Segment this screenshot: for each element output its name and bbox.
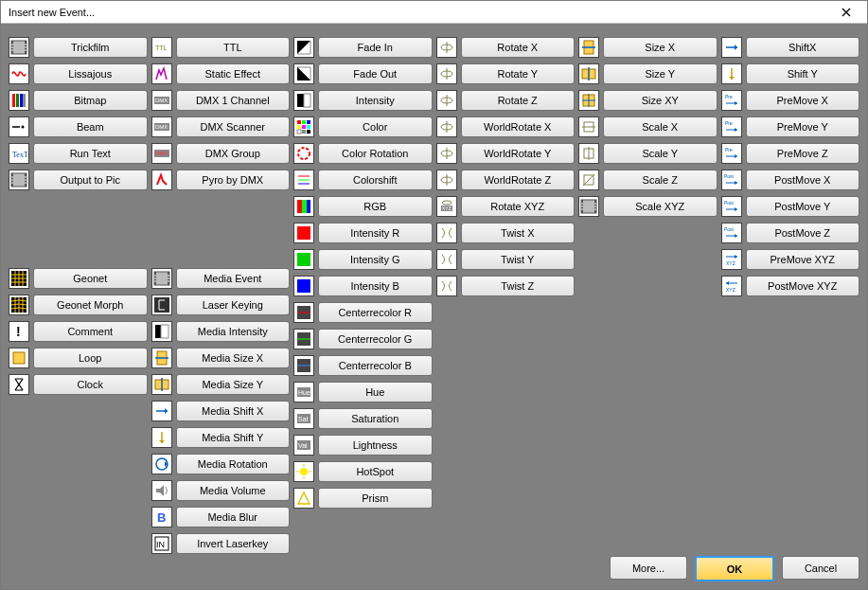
wrx-button[interactable]: WorldRotate X <box>461 116 576 137</box>
geonetmorph-button[interactable]: Geonet Morph <box>33 295 148 315</box>
fadein-button[interactable]: Fade In <box>318 37 433 58</box>
scalexyz-row: Scale XYZ <box>578 196 717 217</box>
dmx1-row: DMXDMX 1 Channel <box>151 90 291 111</box>
lightness-button[interactable]: Lightness <box>318 435 433 456</box>
shiftx-button[interactable]: ShiftX <box>746 37 860 58</box>
dmx1-button[interactable]: DMX 1 Channel <box>176 90 291 111</box>
mediavolume-button[interactable]: Media Volume <box>176 480 291 501</box>
mediaintensity-button[interactable]: Media Intensity <box>176 321 291 342</box>
postmovez-button[interactable]: PostMove Z <box>746 223 860 243</box>
bitmap-row: Bitmap <box>9 90 148 111</box>
prism-button[interactable]: Prism <box>318 488 433 509</box>
color-button[interactable]: Color <box>318 116 433 137</box>
postmovex-button[interactable]: PostMove X <box>746 170 860 190</box>
dmxgroup-button[interactable]: DMX Group <box>176 143 291 164</box>
mediablur-row: BMedia Blur <box>151 507 291 527</box>
mediashiftx-button[interactable]: Media Shift X <box>176 401 291 421</box>
mediarotation-icon <box>151 454 172 474</box>
event-column: Rotate XRotate YRotate ZWorldRotate XWor… <box>436 37 576 554</box>
sizex-button[interactable]: Size X <box>603 37 717 58</box>
sizey-button[interactable]: Size Y <box>603 63 717 84</box>
intensity-button[interactable]: Intensity <box>318 90 433 111</box>
geonet-button[interactable]: Geonet <box>33 268 148 289</box>
pyrodmx-button[interactable]: Pyro by DMX <box>176 170 291 190</box>
bitmap-button[interactable]: Bitmap <box>33 90 148 111</box>
scalez-button[interactable]: Scale Z <box>603 170 717 190</box>
colorshift-button[interactable]: Colorshift <box>318 170 433 190</box>
premovez-button[interactable]: PreMove Z <box>746 143 860 164</box>
sizexy-button[interactable]: Size XY <box>603 90 717 111</box>
rxyz-button[interactable]: Rotate XYZ <box>461 196 576 217</box>
scalexyz-button[interactable]: Scale XYZ <box>603 196 717 217</box>
intg-button[interactable]: Intensity G <box>318 249 433 270</box>
loop-button[interactable]: Loop <box>33 348 148 368</box>
intr-button[interactable]: Intensity R <box>318 223 433 243</box>
invertlaserkey-button[interactable]: Invert Laserkey <box>176 533 291 554</box>
mediarotation-button[interactable]: Media Rotation <box>176 454 291 474</box>
centerr-button[interactable]: Centerrecolor R <box>318 302 433 323</box>
twisty-button[interactable]: Twist Y <box>461 249 576 270</box>
colorrotation-button[interactable]: Color Rotation <box>318 143 433 164</box>
dmxscanner-button[interactable]: DMX Scanner <box>176 116 291 137</box>
more-button[interactable]: More... <box>610 556 687 580</box>
twistz-button[interactable]: Twist Z <box>461 276 576 296</box>
staticeffect-button[interactable]: Static Effect <box>176 63 291 84</box>
mediablur-button[interactable]: Media Blur <box>176 507 291 527</box>
centerb-button[interactable]: Centerrecolor B <box>318 355 433 376</box>
intb-row: Intensity B <box>293 276 433 296</box>
ok-button[interactable]: OK <box>695 556 774 581</box>
shifty-button[interactable]: Shift Y <box>746 63 860 84</box>
cancel-button[interactable]: Cancel <box>782 556 859 580</box>
hue-button[interactable]: Hue <box>318 382 433 402</box>
mediasizex-button[interactable]: Media Size X <box>176 348 291 368</box>
comment-button[interactable]: Comment <box>33 321 148 342</box>
comment-icon: ! <box>9 321 29 342</box>
rotatey-button[interactable]: Rotate Y <box>461 63 576 84</box>
premovey-button[interactable]: PreMove Y <box>746 116 860 137</box>
postmovexyz-button[interactable]: PostMove XYZ <box>746 276 860 296</box>
scaley-button[interactable]: Scale Y <box>603 143 717 164</box>
rotatez-button[interactable]: Rotate Z <box>461 90 576 111</box>
outputtopic-button[interactable]: Output to Pic <box>33 170 148 190</box>
centerg-button[interactable]: Centerrecolor G <box>318 329 433 349</box>
event-column: TrickfilmLissajousBitmapBeamTexTRun Text… <box>9 37 148 554</box>
twistx-button[interactable]: Twist X <box>461 223 576 243</box>
rgb-button[interactable]: RGB <box>318 196 433 217</box>
ttl-button[interactable]: TTL <box>176 37 291 58</box>
hotspot-button[interactable]: HotSpot <box>318 461 433 482</box>
saturation-button[interactable]: Saturation <box>318 408 433 429</box>
svg-text:XYZ: XYZ <box>726 287 735 293</box>
colorshift-row: Colorshift <box>293 170 433 190</box>
scalex-button[interactable]: Scale X <box>603 116 717 137</box>
svg-rect-40 <box>13 352 25 364</box>
svg-marker-180 <box>726 281 729 285</box>
mediasizey-button[interactable]: Media Size Y <box>176 374 291 395</box>
mediaevent-button[interactable]: Media Event <box>176 268 291 289</box>
intb-button[interactable]: Intensity B <box>318 276 433 296</box>
premovex-button[interactable]: PreMove X <box>746 90 860 111</box>
svg-text:DMX: DMX <box>155 124 168 130</box>
mediashifty-button[interactable]: Media Shift Y <box>176 427 291 448</box>
fadeout-button[interactable]: Fade Out <box>318 63 433 84</box>
lightness-row: ValLightness <box>293 435 433 456</box>
laserkeying-button[interactable]: Laser Keying <box>176 295 291 315</box>
clock-button[interactable]: Clock <box>33 374 148 395</box>
section-gap <box>9 196 148 262</box>
colorrotation-icon <box>293 143 314 164</box>
rxyz-row: XYZRotate XYZ <box>436 196 576 217</box>
runtext-button[interactable]: Run Text <box>33 143 148 164</box>
fadein-icon <box>293 37 314 58</box>
wrz-button[interactable]: WorldRotate Z <box>461 170 576 190</box>
close-button[interactable] <box>827 2 865 23</box>
svg-line-144 <box>583 174 594 186</box>
lissajous-button[interactable]: Lissajous <box>33 63 148 84</box>
event-columns: TrickfilmLissajousBitmapBeamTexTRun Text… <box>9 37 859 554</box>
trickfilm-button[interactable]: Trickfilm <box>33 37 148 58</box>
premovexyz-button[interactable]: PreMove XYZ <box>746 249 860 270</box>
clock-icon <box>9 374 29 395</box>
beam-button[interactable]: Beam <box>33 116 148 137</box>
postmovey-button[interactable]: PostMove Y <box>746 196 860 217</box>
wry-button[interactable]: WorldRotate Y <box>461 143 576 164</box>
rotatex-button[interactable]: Rotate X <box>461 37 576 58</box>
svg-rect-93 <box>297 200 302 213</box>
